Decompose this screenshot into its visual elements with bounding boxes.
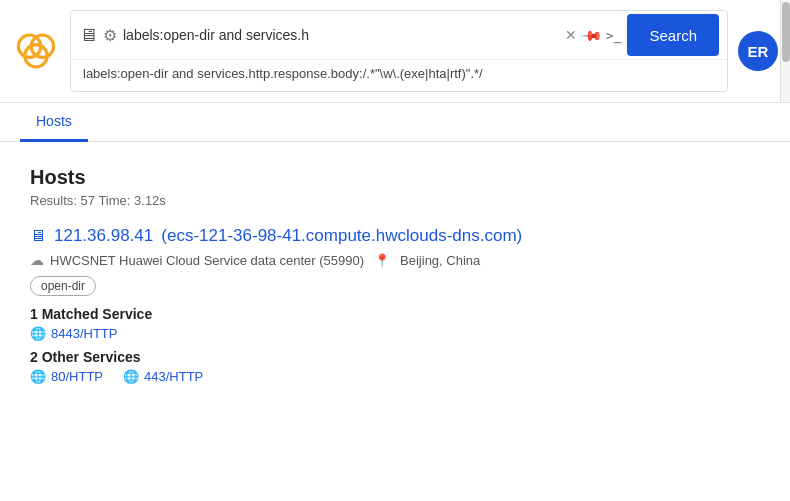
tab-bar: Hosts [0,103,790,142]
host-location: Beijing, China [400,253,480,268]
scrollbar[interactable] [780,0,790,102]
section-title: Hosts [30,166,760,189]
search-query-display: labels:open-dir and services.http.respon… [71,59,727,91]
host-monitor-icon: 🖥 [30,227,46,245]
other-service-label: 2 Other Services [30,349,760,365]
search-input[interactable] [123,27,559,43]
host-hostname: (ecs-121-36-98-41.compute.hwclouds-dns.c… [161,226,522,246]
scrollbar-thumb [782,2,790,62]
other-service-link-0[interactable]: 🌐 80/HTTP [30,369,103,384]
terminal-icon[interactable]: >_ [606,28,622,43]
matched-service-section: 1 Matched Service 🌐 8443/HTTP [30,306,760,341]
logo[interactable] [12,27,60,75]
results-meta: Results: 57 Time: 3.12s [30,193,760,208]
open-dir-tag[interactable]: open-dir [30,276,96,296]
matched-service-link-0[interactable]: 🌐 8443/HTTP [30,326,760,341]
globe-icon-1: 🌐 [30,369,46,384]
host-link[interactable]: 🖥 121.36.98.41 (ecs-121-36-98-41.compute… [30,226,760,246]
matched-service-label: 1 Matched Service [30,306,760,322]
search-top-row: 🖥 ⚙ ✕ 📌 >_ Search [71,11,727,59]
monitor-icon: 🖥 [79,25,97,46]
search-button[interactable]: Search [627,14,719,56]
other-services-row: 🌐 80/HTTP 🌐 443/HTTP [30,369,760,388]
globe-icon-0: 🌐 [30,326,46,341]
avatar[interactable]: ER [738,31,778,71]
host-ip: 121.36.98.41 [54,226,153,246]
clear-icon[interactable]: ✕ [565,27,577,43]
host-entry: Hosts Results: 57 Time: 3.12s 🖥 121.36.9… [30,166,760,388]
other-service-link-1[interactable]: 🌐 443/HTTP [123,369,203,384]
header: 🖥 ⚙ ✕ 📌 >_ Search labels:open-dir and se… [0,0,790,103]
cloud-icon: ☁ [30,252,44,268]
globe-icon-2: 🌐 [123,369,139,384]
tab-hosts[interactable]: Hosts [20,103,88,142]
pin-icon[interactable]: 📌 [580,23,603,46]
main-content: Hosts Results: 57 Time: 3.12s 🖥 121.36.9… [0,142,790,428]
other-service-section: 2 Other Services 🌐 80/HTTP 🌐 443/HTTP [30,349,760,388]
tags-row: open-dir [30,276,760,296]
settings-icon[interactable]: ⚙ [103,26,117,45]
location-separator: 📍 [374,253,390,268]
host-isp: HWCSNET Huawei Cloud Service data center… [50,253,364,268]
host-meta: ☁ HWCSNET Huawei Cloud Service data cent… [30,252,760,268]
search-box: 🖥 ⚙ ✕ 📌 >_ Search labels:open-dir and se… [70,10,728,92]
